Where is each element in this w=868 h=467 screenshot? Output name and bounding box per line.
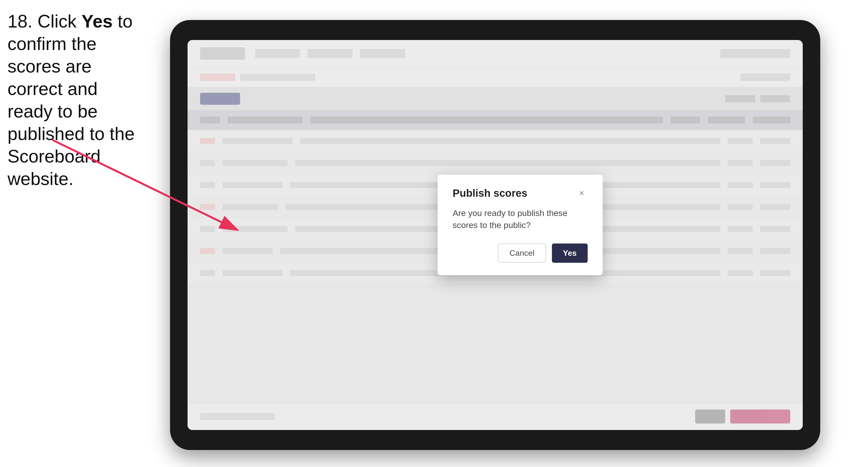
tablet-screen: Publish scores × Are you ready to publis… [188, 40, 803, 430]
step-number: 18. [7, 11, 32, 31]
modal-overlay: Publish scores × Are you ready to publis… [188, 40, 803, 430]
modal-title: Publish scores [453, 187, 527, 199]
yes-button[interactable]: Yes [552, 244, 588, 263]
modal-close-button[interactable]: × [576, 187, 588, 199]
modal-header: Publish scores × [453, 187, 588, 199]
instruction-text: 18. Click Yes to confirm the scores are … [7, 10, 148, 190]
modal-body-text: Are you ready to publish these scores to… [453, 207, 588, 231]
bold-yes: Yes [82, 11, 113, 31]
cancel-button[interactable]: Cancel [498, 244, 546, 263]
publish-scores-modal: Publish scores × Are you ready to publis… [438, 175, 603, 275]
tablet-device: Publish scores × Are you ready to publis… [170, 20, 820, 450]
modal-footer: Cancel Yes [453, 244, 588, 263]
